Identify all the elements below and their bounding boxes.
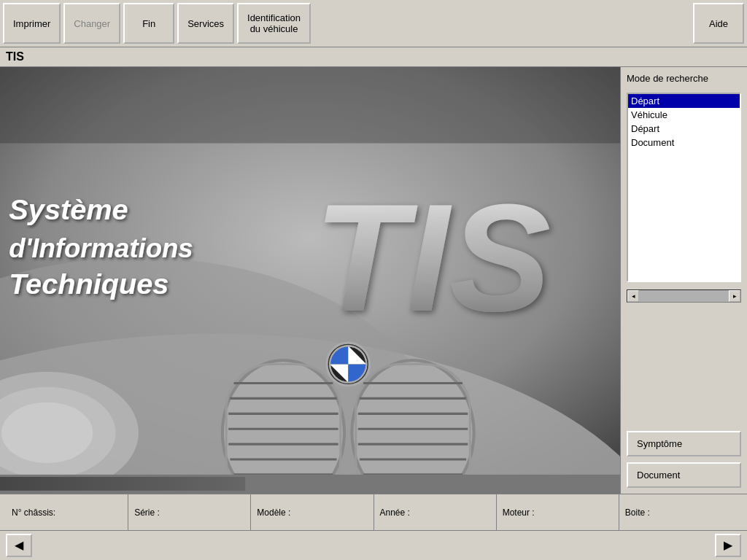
svg-rect-35 <box>0 477 245 491</box>
list-item-depart[interactable]: Départ <box>628 94 740 108</box>
symptome-button[interactable]: Symptôme <box>627 431 741 456</box>
nav-bar: ◀ ▶ <box>0 530 747 559</box>
modele-label: Modèle : <box>257 508 290 518</box>
chassis-field: N° châssis: <box>6 494 128 530</box>
right-panel: Mode de recherche Départ Véhicule Départ… <box>620 67 747 494</box>
list-item-vehicule[interactable]: Véhicule <box>628 108 740 122</box>
svg-rect-1 <box>0 67 620 143</box>
list-item-document[interactable]: Document <box>628 136 740 149</box>
moteur-label: Moteur : <box>503 508 535 518</box>
svg-text:Système: Système <box>9 193 128 225</box>
moteur-field: Moteur : <box>497 494 619 530</box>
status-bar: N° châssis: Série : Modèle : Année : Mot… <box>0 494 747 530</box>
tis-splash-svg: TIS Système d'Informations Techniques <box>0 67 620 494</box>
main-content: TIS Système d'Informations Techniques Mo… <box>0 67 747 494</box>
svg-text:TIS: TIS <box>314 173 551 343</box>
svg-point-6 <box>1 402 93 464</box>
scroll-right-arrow[interactable]: ▸ <box>729 290 740 302</box>
list-item-depart2[interactable]: Départ <box>628 122 740 136</box>
document-button[interactable]: Document <box>627 462 741 488</box>
svg-text:d'Informations: d'Informations <box>9 233 193 263</box>
aide-button[interactable]: Aide <box>693 3 744 44</box>
boite-field: Boite : <box>619 494 741 530</box>
modele-field: Modèle : <box>251 494 374 530</box>
toolbar: Imprimer Changer Fin Services Identifica… <box>0 0 747 47</box>
changer-button[interactable]: Changer <box>63 3 120 44</box>
search-list-scrollbar[interactable]: ◂ ▸ <box>627 289 741 303</box>
identification-button[interactable]: Identification du véhicule <box>237 3 311 44</box>
serie-field: Série : <box>128 494 251 530</box>
serie-label: Série : <box>134 508 160 518</box>
boite-label: Boite : <box>625 508 650 518</box>
page-title: TIS <box>0 47 747 67</box>
chassis-label: N° châssis: <box>12 508 55 518</box>
scroll-track <box>639 290 729 302</box>
annee-field: Année : <box>374 494 497 530</box>
scroll-left-arrow[interactable]: ◂ <box>627 290 639 302</box>
toolbar-spacer <box>314 3 690 44</box>
next-button[interactable]: ▶ <box>715 534 741 557</box>
fin-button[interactable]: Fin <box>123 3 174 44</box>
search-mode-list[interactable]: Départ Véhicule Départ Document <box>627 93 741 282</box>
svg-text:Techniques: Techniques <box>9 268 169 300</box>
prev-button[interactable]: ◀ <box>6 534 32 557</box>
imprimer-button[interactable]: Imprimer <box>3 3 61 44</box>
services-button[interactable]: Services <box>177 3 234 44</box>
search-mode-label: Mode de recherche <box>627 73 741 84</box>
annee-label: Année : <box>380 508 410 518</box>
tis-splash-area: TIS Système d'Informations Techniques <box>0 67 620 494</box>
